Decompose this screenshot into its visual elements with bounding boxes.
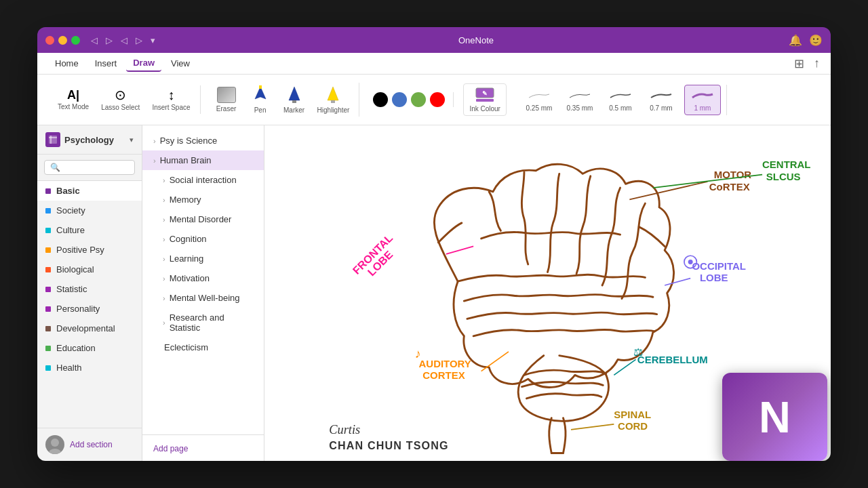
color-green[interactable] [411, 92, 426, 107]
highlighter-label: Highlighter [317, 106, 350, 114]
search-icon: 🔍 [50, 163, 60, 172]
highlighter-btn[interactable]: Highlighter [313, 83, 354, 117]
search-input-wrap[interactable]: 🔍 [44, 160, 135, 175]
nav-next-btn[interactable]: ▷ [133, 34, 145, 47]
section-personality-dot [45, 306, 51, 312]
page-human-brain[interactable]: › Human Brain [142, 150, 264, 170]
signature-cursive: Curtis [329, 423, 360, 436]
page-psy-is-science[interactable]: › Psy is Science [142, 131, 264, 150]
pen-btn[interactable]: Pen [245, 83, 275, 117]
section-basic[interactable]: Basic [37, 181, 142, 201]
svg-text:✎: ✎ [482, 90, 488, 97]
occipital-lobe-label: OCCIPITAL [692, 260, 745, 272]
page-mental-wellbeing[interactable]: › Mental Well-being [142, 288, 264, 308]
page-motivation[interactable]: › Motivation [142, 268, 264, 288]
thickness-1[interactable]: 1 mm [684, 85, 721, 115]
motor-cortex-label: MOTOR [714, 169, 752, 180]
page-social-interaction[interactable]: › Social interaction [142, 170, 264, 190]
eraser-btn[interactable]: Eraser [212, 84, 241, 115]
thickness-035[interactable]: 0.35 mm [562, 85, 597, 115]
smiley-icon[interactable]: 🙂 [809, 34, 823, 47]
ink-color-btn[interactable]: ✎ Ink Colour [463, 83, 507, 116]
add-page-btn[interactable]: Add page [153, 444, 188, 453]
main-canvas[interactable]: MOTOR CoRTEX CENTRAL SLCUS FRONTAL LOBE … [264, 125, 831, 461]
nav-forward-btn[interactable]: ▷ [103, 34, 115, 47]
page-mental-disorder[interactable]: › Mental Disorder [142, 209, 264, 229]
page-motivation-arrow-icon: › [163, 274, 165, 283]
motor-cortex-label2: CoRTEX [709, 181, 750, 192]
page-mental-disorder-arrow-icon: › [163, 216, 165, 224]
page-research-arrow-icon: › [163, 319, 165, 327]
section-culture-label: Culture [56, 225, 85, 235]
section-basic-label: Basic [56, 186, 80, 196]
minimize-button[interactable] [58, 36, 67, 45]
page-memory[interactable]: › Memory [142, 190, 264, 209]
notebook-icon [45, 132, 60, 147]
section-biological[interactable]: Biological [37, 260, 142, 279]
add-section-btn[interactable]: Add section [70, 440, 113, 449]
sidebar-header: Psychology ▾ [37, 125, 142, 155]
page-cognition[interactable]: › Cognition [142, 229, 264, 249]
section-personality-label: Personality [56, 304, 100, 314]
thickness-1-label: 1 mm [694, 104, 711, 112]
section-health[interactable]: Health [37, 358, 142, 378]
section-culture-dot [45, 228, 51, 233]
ink-color-label: Ink Colour [469, 105, 500, 113]
titlebar: ◁ ▷ ◁ ▷ ▾ OneNote 🔔 🙂 [37, 27, 831, 53]
section-culture[interactable]: Culture [37, 220, 142, 240]
user-avatar[interactable] [45, 435, 64, 454]
menu-view[interactable]: View [164, 56, 197, 71]
marker-btn[interactable]: Marker [279, 83, 309, 117]
page-human-brain-label: Human Brain [160, 155, 212, 165]
frontal-lobe-label: FRONTAL LOBE [350, 232, 403, 285]
pages-panel: › Psy is Science › Human Brain › Social … [142, 125, 264, 461]
page-social-interaction-label: Social interaction [170, 175, 237, 185]
page-research-statistic[interactable]: › Research and Statistic [142, 308, 264, 338]
page-eclecticism[interactable]: Eclecticism [142, 338, 264, 357]
thickness-07[interactable]: 0.7 mm [644, 85, 679, 115]
thickness-05[interactable]: 0.5 mm [603, 85, 638, 115]
menu-home[interactable]: Home [48, 56, 85, 71]
share-icon[interactable]: ↑ [814, 56, 820, 70]
bell-icon[interactable]: 🔔 [789, 34, 802, 47]
section-society[interactable]: Society [37, 201, 142, 220]
auditory-cortex-label2: CORTEX [422, 369, 465, 381]
section-statistic-label: Statistic [56, 284, 87, 294]
page-mental-wellbeing-arrow-icon: › [163, 294, 165, 302]
section-statistic[interactable]: Statistic [37, 279, 142, 299]
color-blue[interactable] [392, 92, 407, 107]
sections-list: Basic Society Culture Positive Psy Biolo… [37, 181, 142, 428]
notebook-chevron-icon[interactable]: ▾ [130, 136, 134, 144]
onenote-logo-bg: N [722, 373, 827, 461]
section-society-dot [45, 208, 51, 214]
window-title: OneNote [163, 35, 789, 45]
section-developmental[interactable]: Developmental [37, 319, 142, 338]
text-mode-btn[interactable]: A| Text Mode [54, 86, 93, 113]
thickness-025[interactable]: 0.25 mm [521, 85, 557, 115]
section-education[interactable]: Education [37, 338, 142, 358]
close-button[interactable] [45, 36, 54, 45]
selection-icon[interactable]: ⊞ [794, 56, 804, 71]
menu-insert[interactable]: Insert [88, 56, 124, 71]
nav-more-btn[interactable]: ▾ [148, 34, 158, 47]
thickness-05-label: 0.5 mm [609, 104, 631, 112]
color-black[interactable] [373, 92, 388, 107]
lasso-select-btn[interactable]: ⊙ Lasso Select [97, 85, 144, 114]
nav-prev-btn[interactable]: ◁ [118, 34, 130, 47]
section-biological-dot [45, 267, 51, 272]
menu-draw[interactable]: Draw [126, 55, 161, 72]
page-learning[interactable]: › Learning [142, 249, 264, 268]
insert-space-label: Insert Space [152, 104, 190, 111]
signature-name: CHAN CHUN TSONG [329, 439, 449, 451]
scales-icon: ⚖ [633, 346, 643, 358]
section-positive-psy[interactable]: Positive Psy [37, 240, 142, 260]
svg-line-24 [571, 424, 614, 430]
nav-back-btn[interactable]: ◁ [88, 34, 100, 47]
insert-space-btn[interactable]: ↕ Insert Space [148, 85, 194, 114]
maximize-button[interactable] [71, 36, 80, 45]
color-red[interactable] [430, 92, 445, 107]
page-research-statistic-label: Research and Statistic [170, 312, 253, 333]
toolbar-text-group: A| Text Mode ⊙ Lasso Select ↕ Insert Spa… [48, 85, 201, 114]
section-personality[interactable]: Personality [37, 299, 142, 319]
lasso-select-label: Lasso Select [101, 104, 140, 111]
